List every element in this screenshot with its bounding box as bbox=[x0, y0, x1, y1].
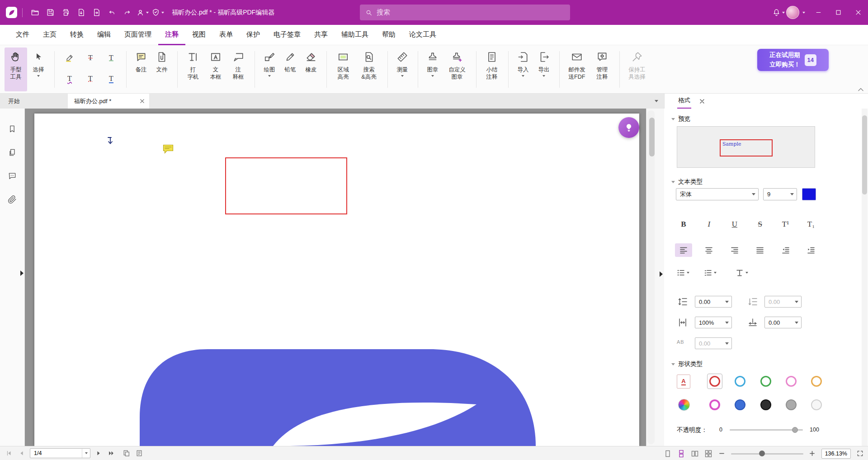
menu-thesis-tools[interactable]: 论文工具 bbox=[402, 25, 443, 45]
shape-color-cyan[interactable] bbox=[732, 374, 748, 389]
align-center-button[interactable] bbox=[700, 243, 717, 257]
align-left-button[interactable] bbox=[675, 243, 692, 257]
increase-indent-button[interactable] bbox=[802, 243, 820, 257]
text-style-shape-button[interactable]: A bbox=[677, 375, 690, 389]
shape-color-gray[interactable] bbox=[783, 397, 799, 413]
menu-home[interactable]: 主页 bbox=[36, 25, 63, 45]
shape-color-pink[interactable] bbox=[783, 374, 799, 389]
email-fdf-button[interactable]: 邮件发 送FDF bbox=[564, 47, 590, 91]
notifications-button[interactable] bbox=[771, 5, 786, 20]
previous-page-button[interactable] bbox=[17, 449, 26, 458]
sidebar-expand-handle[interactable] bbox=[20, 270, 24, 276]
menu-accessibility[interactable]: 辅助工具 bbox=[335, 25, 375, 45]
save-button[interactable] bbox=[42, 5, 58, 20]
import-comments-button[interactable]: 导入 bbox=[513, 47, 533, 91]
snapshot-button[interactable] bbox=[122, 449, 131, 458]
drawing-button[interactable]: 绘图 bbox=[259, 47, 279, 91]
area-highlight-button[interactable]: 区域 高亮 bbox=[331, 47, 355, 91]
export-comments-button[interactable]: 导出 bbox=[534, 47, 554, 91]
tab-start[interactable]: 开始 bbox=[0, 94, 68, 109]
font-size-select[interactable]: 9 bbox=[763, 188, 797, 200]
menu-form[interactable]: 表单 bbox=[212, 25, 240, 45]
character-spacing-select[interactable]: 0.00 bbox=[764, 317, 802, 328]
italic-button[interactable]: I bbox=[700, 217, 717, 231]
next-page-button[interactable] bbox=[94, 449, 103, 458]
strikeout-text-button[interactable]: T bbox=[88, 54, 93, 62]
pencil-button[interactable]: 铅笔 bbox=[280, 47, 300, 91]
text-type-section-header[interactable]: 文本类型 bbox=[671, 178, 703, 186]
menu-help[interactable]: 帮助 bbox=[375, 25, 402, 45]
shape-color-white[interactable] bbox=[809, 397, 824, 413]
paragraph-spacing-select[interactable]: 0.00 bbox=[764, 296, 802, 308]
facing-view-button[interactable] bbox=[690, 449, 699, 458]
rectangle-annotation[interactable] bbox=[225, 157, 347, 214]
single-page-view-button[interactable] bbox=[663, 449, 672, 458]
account-menu-button[interactable] bbox=[135, 5, 150, 20]
note-comment-button[interactable]: 备注 bbox=[131, 47, 151, 91]
character-scale-select[interactable]: 100% bbox=[695, 317, 732, 328]
user-avatar[interactable] bbox=[786, 6, 799, 19]
clipboard-button[interactable] bbox=[135, 449, 144, 458]
custom-stamp-button[interactable]: 自定义 图章 bbox=[443, 47, 471, 91]
text-direction-button[interactable] bbox=[736, 266, 748, 280]
shape-color-blue[interactable] bbox=[732, 397, 748, 413]
keep-tool-selected-button[interactable]: 保持工 具选择 bbox=[624, 47, 650, 91]
export-pdf-button[interactable] bbox=[73, 5, 89, 20]
pdf-page[interactable] bbox=[34, 114, 639, 446]
format-panel-close-icon[interactable] bbox=[699, 99, 705, 104]
close-button[interactable] bbox=[848, 0, 868, 25]
superscript-button[interactable]: T¹ bbox=[777, 217, 794, 231]
kerning-select[interactable]: 0.00 bbox=[695, 337, 732, 349]
panel-scrollbar-thumb[interactable] bbox=[862, 115, 867, 194]
measure-button[interactable]: 测量 bbox=[392, 47, 412, 91]
textbox-button[interactable]: 文 本框 bbox=[205, 47, 226, 91]
justify-button[interactable] bbox=[751, 243, 769, 257]
avatar-menu-button[interactable] bbox=[799, 5, 808, 20]
opacity-slider-thumb[interactable] bbox=[792, 427, 798, 433]
menu-protect[interactable]: 保护 bbox=[240, 25, 267, 45]
fullscreen-button[interactable] bbox=[855, 449, 864, 458]
open-file-button[interactable] bbox=[27, 5, 42, 20]
menu-esign[interactable]: 电子签章 bbox=[267, 25, 307, 45]
menu-page-management[interactable]: 页面管理 bbox=[118, 25, 158, 45]
assistant-lightbulb-button[interactable] bbox=[618, 117, 639, 138]
underline-text-button[interactable]: T bbox=[109, 54, 113, 62]
strikethrough-button[interactable]: S bbox=[751, 217, 769, 231]
shape-color-orange[interactable] bbox=[809, 374, 824, 389]
shape-color-black[interactable] bbox=[758, 397, 774, 413]
shape-color-magenta[interactable] bbox=[707, 397, 722, 413]
zoom-slider-thumb[interactable] bbox=[759, 451, 765, 456]
callout-button[interactable]: 注 释框 bbox=[227, 47, 249, 91]
maximize-button[interactable] bbox=[828, 0, 848, 25]
stamp-button[interactable]: 图章 bbox=[423, 47, 443, 91]
minimize-button[interactable] bbox=[808, 0, 828, 25]
zoom-in-button[interactable] bbox=[808, 449, 817, 458]
bookmarks-panel-button[interactable] bbox=[7, 124, 18, 134]
hand-tool-button[interactable]: 手型 工具 bbox=[5, 47, 27, 91]
decrease-indent-button[interactable] bbox=[777, 243, 794, 257]
sticky-note-annotation[interactable] bbox=[163, 144, 174, 154]
font-family-select[interactable]: 宋体 bbox=[676, 188, 759, 200]
summary-comments-button[interactable]: 小结 注释 bbox=[481, 47, 503, 91]
preview-section-header[interactable]: 预览 bbox=[671, 115, 690, 123]
manage-comments-button[interactable]: 管理 注释 bbox=[590, 47, 614, 91]
menu-view[interactable]: 视图 bbox=[185, 25, 212, 45]
line-spacing-select[interactable]: 0.00 bbox=[695, 296, 732, 308]
search-highlight-button[interactable]: 搜索 &高亮 bbox=[356, 47, 382, 91]
undo-button[interactable] bbox=[104, 5, 119, 20]
align-right-button[interactable] bbox=[726, 243, 743, 257]
redo-button[interactable] bbox=[119, 5, 135, 20]
panel-scrollbar-track[interactable] bbox=[862, 109, 868, 446]
trial-purchase-banner[interactable]: 正在试用期 立即购买！ 14 bbox=[757, 49, 829, 71]
subscript-button[interactable]: T₁ bbox=[802, 217, 820, 231]
zoom-level-input[interactable]: 136.13% bbox=[821, 449, 851, 459]
vertical-scrollbar-thumb[interactable] bbox=[649, 118, 655, 156]
panel-collapse-handle[interactable] bbox=[660, 271, 663, 277]
page-select-dropdown[interactable] bbox=[82, 449, 90, 458]
tab-document-active[interactable]: 福昕办公.pdf * bbox=[68, 94, 149, 109]
protection-menu-button[interactable] bbox=[150, 5, 165, 20]
vertical-scrollbar-track[interactable] bbox=[647, 110, 655, 444]
menu-convert[interactable]: 转换 bbox=[63, 25, 90, 45]
tab-close-icon[interactable] bbox=[140, 99, 145, 104]
continuous-view-button[interactable] bbox=[677, 449, 686, 458]
